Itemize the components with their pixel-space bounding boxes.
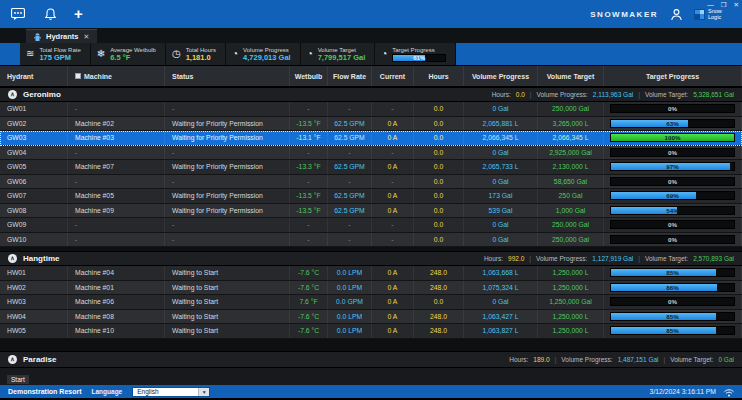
group-hours-value: 992.0 (508, 255, 524, 262)
clock-icon: ◷ (172, 49, 181, 59)
divider: | (529, 255, 531, 262)
current-cell: - (372, 175, 414, 189)
row-progress-bar: 0% (610, 297, 735, 306)
table-row[interactable]: GW03Machine #03Waiting for Priority Perm… (0, 131, 742, 146)
row-progress-percent: 85% (611, 269, 734, 276)
table-row[interactable]: GW01-----0.00 Gal250,000 Gal0% (0, 102, 742, 117)
stat-card-title: Target Progress (392, 47, 446, 53)
vol-target-cell: 3,265,000 L (538, 117, 604, 131)
minimize-window-icon[interactable]: — (707, 1, 714, 9)
add-tab-button[interactable]: + (74, 7, 83, 21)
table-row[interactable]: GW08Machine #09Waiting for Priority Perm… (0, 204, 742, 219)
close-window-icon[interactable]: ✕ (734, 1, 739, 9)
group-hours-value: 0.0 (516, 91, 525, 98)
status-cell: Waiting for Priority Permission (165, 160, 290, 174)
stat-card-text: Average Wetbulb6.5 °F (110, 47, 156, 62)
row-progress-bar: 86% (610, 283, 735, 292)
table-row[interactable]: HW03Machine #06Waiting to Start7.6 °F0.0… (0, 295, 742, 310)
vol-target-cell: 250,000 Gal (538, 233, 604, 247)
group-header-geronimo[interactable]: ∧GeronimoHours:0.0|Volume Progress:2,113… (0, 87, 742, 102)
current-cell: 0 A (372, 117, 414, 131)
row-progress-percent: 69% (611, 192, 734, 199)
status-cell: Waiting to Start (165, 310, 290, 324)
current-cell: - (372, 218, 414, 232)
tab-hydrants-label: Hydrants (46, 32, 79, 41)
gauge-icon: ◔ (232, 49, 238, 59)
row-progress-percent: 0% (611, 178, 734, 185)
target-progress-cell: 0% (604, 218, 742, 232)
stat-card-title: Total Hours (186, 47, 216, 53)
table-row[interactable]: HW02Machine #01Waiting to Start-7.6 °C0.… (0, 281, 742, 296)
table-row[interactable]: GW06-----0.00 Gal58,650 Gal0% (0, 175, 742, 190)
target-progress-cell: 85% (604, 310, 742, 324)
column-header-label: Wetbulb (295, 73, 322, 80)
tab-hydrants[interactable]: Hydrants ✕ (26, 29, 97, 43)
hydrant-cell: GW08 (0, 204, 68, 218)
table-row[interactable]: HW01Machine #04Waiting to Start-7.6 °C0.… (0, 266, 742, 281)
table-row[interactable]: GW10-----0.00 Gal250,000 Gal0% (0, 233, 742, 248)
start-button[interactable]: Start (7, 375, 29, 384)
group-header-hangtime[interactable]: ∧HangtimeHours:992.0|Volume Progress:1,1… (0, 251, 742, 266)
tab-close-icon[interactable]: ✕ (84, 33, 90, 41)
select-all-checkbox-icon[interactable] (75, 73, 81, 79)
group-volume-target-value: 5,328,651 Gal (693, 91, 734, 98)
hydrant-cell: HW05 (0, 324, 68, 338)
column-header-label: Flow Rate (333, 73, 366, 80)
snowflake-icon: ❄ (97, 49, 105, 59)
column-header-target-progress: Target Progress (604, 66, 742, 86)
column-header-hours: Hours (414, 66, 464, 86)
messages-icon[interactable] (10, 6, 26, 22)
vol-progress-cell: 0 Gal (464, 233, 538, 247)
collapse-group-icon[interactable]: ∧ (8, 254, 17, 263)
table-row[interactable]: GW05Machine #07Waiting for Priority Perm… (0, 160, 742, 175)
hours-cell: 0.0 (414, 160, 464, 174)
vol-progress-cell: 0 Gal (464, 295, 538, 309)
status-cell: - (165, 146, 290, 160)
wetbulb-cell: -7.6 °C (290, 266, 328, 280)
hydrant-cell: GW07 (0, 189, 68, 203)
gauge-icon: ◔ (381, 49, 387, 59)
current-cell: - (372, 146, 414, 160)
current-cell: 0 A (372, 324, 414, 338)
hours-cell: 0.0 (414, 295, 464, 309)
table-row[interactable]: GW09-----0.00 Gal250,000 Gal0% (0, 218, 742, 233)
divider: | (664, 356, 666, 363)
flow-cell: - (328, 146, 372, 160)
stat-card-total-flow-rate: ≋Total Flow Rate175 GPM (20, 43, 91, 65)
table-row[interactable]: GW04-----0.00 Gal2,925,000 Gal0% (0, 146, 742, 161)
table-row[interactable]: HW04Machine #08Waiting to Start-7.6 °C0.… (0, 310, 742, 325)
group-name: Hangtime (23, 254, 59, 263)
maximize-window-icon[interactable]: ❐ (721, 1, 727, 9)
hours-cell: 0.0 (414, 146, 464, 160)
tab-strip: Hydrants ✕ (0, 28, 742, 43)
table-row[interactable]: GW02Machine #02Waiting for Priority Perm… (0, 117, 742, 132)
group-stats: Hours:992.0|Volume Progress:1,127,919 Ga… (484, 255, 734, 262)
current-cell: 0 A (372, 160, 414, 174)
table-row[interactable]: HW05Machine #10Waiting to Start-7.6 °C0.… (0, 324, 742, 339)
user-account-icon[interactable] (668, 6, 684, 22)
row-progress-percent: 63% (611, 120, 734, 127)
language-select[interactable]: English ▼ (132, 387, 210, 397)
collapse-group-icon[interactable]: ∧ (8, 90, 17, 99)
group-volume-progress-value: 1,127,919 Gal (592, 255, 633, 262)
table-row[interactable]: GW07Machine #05Waiting for Priority Perm… (0, 189, 742, 204)
hours-cell: 0.0 (414, 218, 464, 232)
target-progress-cell: 69% (604, 189, 742, 203)
group-header-paradise[interactable]: ∧ParadiseHours:189.0|Volume Progress:1,4… (0, 351, 742, 368)
column-header-hydrant: Hydrant (0, 66, 68, 86)
notifications-bell-icon[interactable] (42, 6, 58, 22)
column-header-current: Current (372, 66, 414, 86)
wetbulb-cell: -13.1 °F (290, 131, 328, 145)
group-volume-progress-label: Volume Progress: (536, 255, 587, 262)
stat-card-title: Average Wetbulb (110, 47, 156, 53)
target-progress-cell: 63% (604, 117, 742, 131)
group-volume-target-value: 0 Gal (718, 356, 734, 363)
wetbulb-cell: - (290, 175, 328, 189)
collapse-group-icon[interactable]: ∧ (8, 355, 17, 364)
hydrant-cell: HW01 (0, 266, 68, 280)
group-name: Geronimo (23, 90, 61, 99)
column-header-label: Machine (84, 73, 112, 80)
group-hours-value: 189.0 (533, 356, 549, 363)
group-volume-target-label: Volume Target: (645, 255, 688, 262)
machine-cell: - (68, 218, 165, 232)
